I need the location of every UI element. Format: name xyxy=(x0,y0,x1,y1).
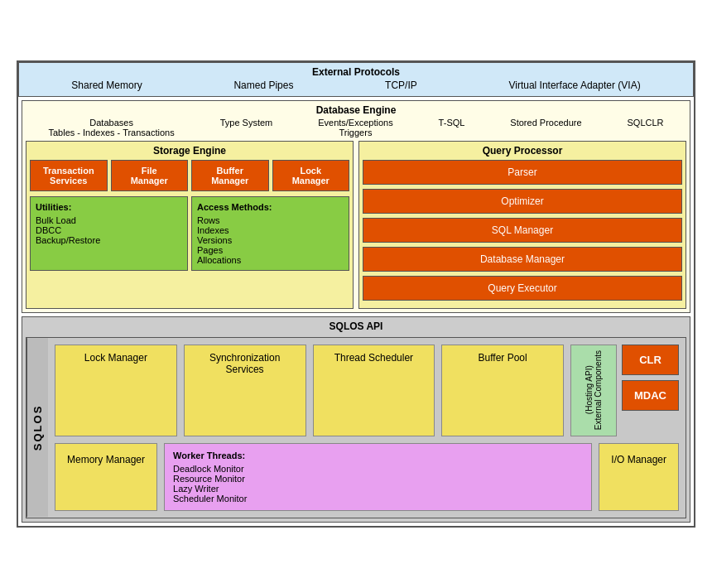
db-engine-events: Events/Exceptions xyxy=(318,118,393,128)
transaction-services-label: TransactionServices xyxy=(43,166,94,186)
worker-threads-box: Worker Threads: Deadlock Monitor Resourc… xyxy=(164,443,592,511)
db-engine-sqlclr: SQLCLR xyxy=(628,118,664,128)
storage-engine-boxes: TransactionServices FileManager BufferMa… xyxy=(30,160,349,191)
file-manager-box: FileManager xyxy=(111,160,189,191)
qp-db-manager: Database Manager xyxy=(363,247,682,272)
utilities-dbcc: DBCC xyxy=(36,225,182,235)
db-engine-col-5: Stored Procedure xyxy=(510,118,581,137)
db-engine-triggers: Triggers xyxy=(318,128,393,137)
file-manager-label: FileManager xyxy=(131,166,168,186)
sqlos-row1-items: Lock Manager Synchronization Services Th… xyxy=(55,345,564,436)
sqlos-label: SQLOS xyxy=(26,338,48,517)
access-methods-title: Access Methods: xyxy=(197,202,344,212)
buffer-manager-box: BufferManager xyxy=(191,160,269,191)
sqlos-api-wrapper: SQLOS API SQLOS Lock Manager Synchroniza… xyxy=(22,316,690,522)
worker-lazy: Lazy Writer xyxy=(173,484,583,494)
sqlos-io-manager: I/O Manager xyxy=(599,443,679,511)
worker-resource: Resource Monitor xyxy=(173,474,583,484)
db-engine-stored-proc: Stored Procedure xyxy=(510,118,581,128)
db-engine-type-system: Type System xyxy=(220,118,273,128)
utilities-bulk-load: Bulk Load xyxy=(36,215,182,225)
sqlos-row2: Memory Manager Worker Threads: Deadlock … xyxy=(55,443,679,511)
qp-query-executor: Query Executor xyxy=(363,276,682,301)
db-engine-col-1-line2: Tables - Indexes - Transactions xyxy=(48,128,174,137)
sqlos-sync-services: Synchronization Services xyxy=(184,345,306,436)
db-engine-col-2: Type System xyxy=(220,118,273,137)
external-components-label: External Components(Hosting API) xyxy=(585,350,603,430)
access-indexes: Indexes xyxy=(197,225,344,235)
db-engine-section: Database Engine Databases Tables - Index… xyxy=(22,100,690,313)
db-engine-title: Database Engine xyxy=(26,104,686,116)
query-processor-section: Query Processor Parser Optimizer SQL Man… xyxy=(358,141,686,309)
transaction-services-box: TransactionServices xyxy=(30,160,108,191)
db-engine-col-1: Databases Tables - Indexes - Transaction… xyxy=(48,118,174,137)
buffer-manager-label: BufferManager xyxy=(211,166,248,186)
lock-manager-label: LockManager xyxy=(292,166,330,186)
sqlos-lock-manager: Lock Manager xyxy=(55,345,177,436)
db-engine-col-6: SQLCLR xyxy=(628,118,664,137)
sqlos-buffer-pool: Buffer Pool xyxy=(441,345,564,436)
storage-engine-title: Storage Engine xyxy=(30,145,349,157)
sqlos-api-title: SQLOS API xyxy=(26,321,686,332)
access-pages: Pages xyxy=(197,245,344,255)
db-engine-col-1-line1: Databases xyxy=(48,118,174,128)
clr-box: CLR xyxy=(622,345,679,375)
worker-deadlock: Deadlock Monitor xyxy=(173,464,583,474)
db-engine-tsql: T-SQL xyxy=(439,118,465,128)
worker-scheduler: Scheduler Monitor xyxy=(173,494,583,504)
utilities-title: Utilities: xyxy=(36,202,182,212)
right-boxes: CLR MDAC xyxy=(622,345,679,436)
shared-memory-label: Shared Memory xyxy=(71,80,142,91)
qp-optimizer: Optimizer xyxy=(363,189,682,214)
tcpip-label: TCP/IP xyxy=(385,80,417,91)
external-protocols-title: External Protocols xyxy=(26,66,686,78)
qp-parser: Parser xyxy=(363,160,682,185)
sqlos-content: Lock Manager Synchronization Services Th… xyxy=(48,338,686,517)
db-engine-header: Databases Tables - Indexes - Transaction… xyxy=(26,118,686,137)
qp-sql-manager: SQL Manager xyxy=(363,218,682,243)
db-engine-col-3: Events/Exceptions Triggers xyxy=(318,118,393,137)
external-protocols-items: Shared Memory Named Pipes TCP/IP Virtual… xyxy=(26,80,686,91)
main-columns: Storage Engine TransactionServices FileM… xyxy=(26,141,686,309)
external-components-box: External Components(Hosting API) xyxy=(570,345,617,436)
named-pipes-label: Named Pipes xyxy=(233,80,293,91)
sqlos-memory-manager: Memory Manager xyxy=(55,443,157,511)
utilities-backup: Backup/Restore xyxy=(36,235,182,245)
lock-manager-box: LockManager xyxy=(272,160,350,191)
storage-engine-lower: Utilities: Bulk Load DBCC Backup/Restore… xyxy=(30,196,349,271)
sqlos-right-section: External Components(Hosting API) CLR MDA… xyxy=(570,345,679,436)
worker-threads-title: Worker Threads: xyxy=(173,451,583,460)
sqlos-section: SQLOS Lock Manager Synchronization Servi… xyxy=(26,337,686,518)
main-diagram: External Protocols Shared Memory Named P… xyxy=(17,60,695,527)
external-protocols-section: External Protocols Shared Memory Named P… xyxy=(18,62,694,97)
storage-engine-section: Storage Engine TransactionServices FileM… xyxy=(26,141,354,309)
mdac-box: MDAC xyxy=(622,380,679,411)
sqlos-thread-scheduler: Thread Scheduler xyxy=(313,345,435,436)
db-engine-col-4: T-SQL xyxy=(439,118,465,137)
access-versions: Versions xyxy=(197,235,344,245)
via-label: Virtual Interface Adapter (VIA) xyxy=(508,80,640,91)
query-processor-title: Query Processor xyxy=(363,145,682,157)
access-rows: Rows xyxy=(197,215,344,225)
access-allocations: Allocations xyxy=(197,255,344,265)
sqlos-row1: Lock Manager Synchronization Services Th… xyxy=(55,345,679,436)
access-methods-box: Access Methods: Rows Indexes Versions Pa… xyxy=(191,196,349,271)
utilities-box: Utilities: Bulk Load DBCC Backup/Restore xyxy=(30,196,188,271)
